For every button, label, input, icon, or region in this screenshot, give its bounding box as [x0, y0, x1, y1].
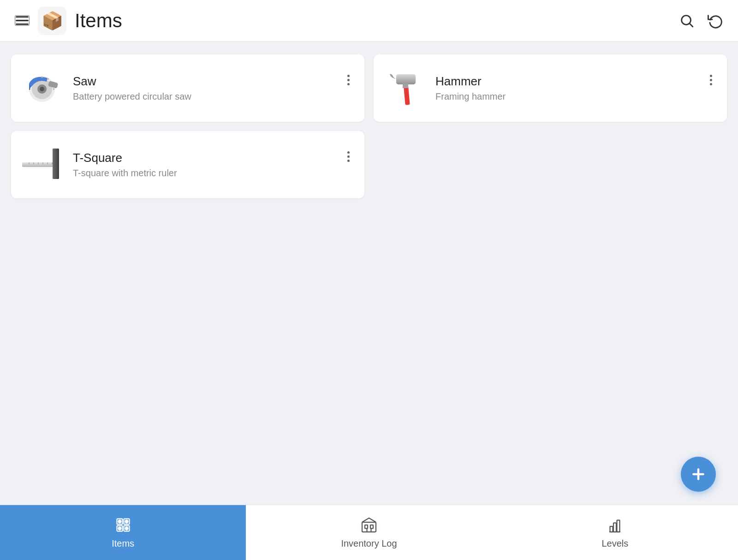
svg-rect-31	[362, 522, 376, 532]
levels-nav-icon	[607, 517, 623, 535]
item-name-tsquare: T-Square	[73, 151, 334, 165]
svg-point-29	[118, 527, 121, 530]
svg-point-0	[682, 15, 691, 24]
item-card-tsquare[interactable]: T-Square T-square with metric ruler	[11, 131, 364, 198]
svg-point-28	[125, 520, 128, 523]
item-icon-hammer	[385, 67, 426, 109]
items-nav-icon	[115, 517, 131, 535]
item-name-saw: Saw	[73, 74, 334, 89]
nav-item-items[interactable]: Items	[0, 505, 246, 560]
bottom-nav: Items Inventory Log	[0, 505, 738, 560]
item-menu-tsquare[interactable]	[344, 148, 353, 166]
nav-label-levels: Levels	[601, 538, 628, 549]
main-content: Saw Battery powered circular saw	[0, 42, 738, 505]
item-name-hammer: Hammer	[435, 74, 697, 89]
app-icon: 📦	[38, 6, 66, 35]
nav-label-inventory-log: Inventory Log	[341, 538, 397, 549]
item-desc-hammer: Framing hammer	[435, 91, 697, 102]
item-icon-tsquare	[22, 144, 64, 185]
nav-item-levels[interactable]: Levels	[492, 505, 738, 560]
svg-rect-9	[396, 74, 416, 84]
item-info-tsquare: T-Square T-square with metric ruler	[73, 151, 334, 179]
items-grid: Saw Battery powered circular saw	[11, 54, 727, 198]
header-right	[679, 13, 723, 29]
svg-rect-38	[613, 523, 616, 532]
svg-rect-7	[404, 85, 410, 105]
item-menu-saw[interactable]	[344, 71, 353, 89]
svg-rect-32	[365, 525, 368, 529]
svg-point-27	[118, 520, 121, 523]
nav-item-inventory-log[interactable]: Inventory Log	[246, 505, 492, 560]
svg-rect-37	[610, 526, 613, 532]
page-title: Items	[75, 10, 122, 32]
menu-button[interactable]	[15, 15, 30, 26]
svg-rect-39	[617, 520, 620, 532]
add-item-button[interactable]	[681, 457, 716, 492]
svg-point-30	[125, 527, 128, 530]
header-left: 📦 Items	[15, 6, 679, 35]
svg-rect-10	[403, 83, 408, 88]
item-icon-saw	[22, 67, 64, 109]
item-desc-saw: Battery powered circular saw	[73, 91, 334, 102]
header: 📦 Items	[0, 0, 738, 42]
item-desc-tsquare: T-square with metric ruler	[73, 168, 334, 179]
item-card-saw[interactable]: Saw Battery powered circular saw	[11, 54, 364, 122]
item-menu-hammer[interactable]	[706, 71, 716, 89]
item-info-hammer: Hammer Framing hammer	[435, 74, 697, 102]
svg-line-1	[690, 24, 693, 26]
item-card-hammer[interactable]: Hammer Framing hammer	[374, 54, 727, 122]
svg-rect-33	[370, 525, 373, 529]
svg-point-5	[40, 87, 44, 91]
refresh-button[interactable]	[708, 13, 723, 29]
inventory-log-nav-icon	[361, 517, 377, 535]
svg-rect-20	[53, 149, 59, 179]
item-info-saw: Saw Battery powered circular saw	[73, 74, 334, 102]
search-button[interactable]	[679, 13, 695, 29]
nav-label-items: Items	[112, 538, 134, 549]
